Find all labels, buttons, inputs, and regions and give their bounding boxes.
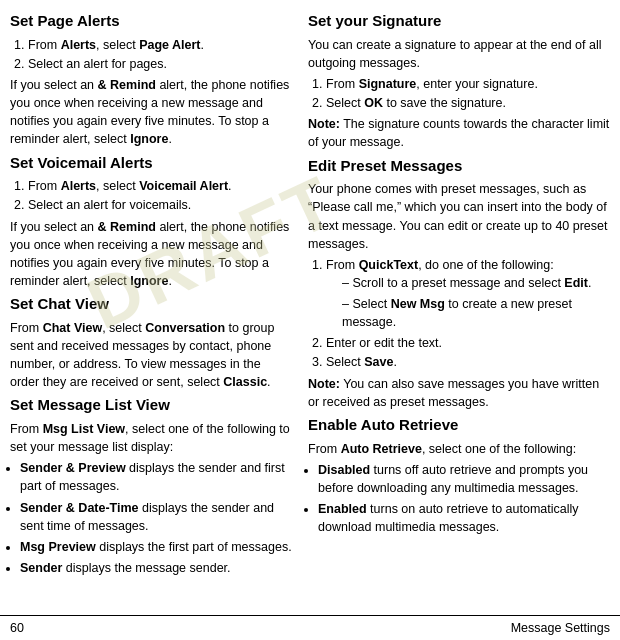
list-item: Sender & Date-Time displays the sender a…	[20, 499, 292, 535]
section-edit-preset-messages: Edit Preset Messages Your phone comes wi…	[308, 155, 610, 411]
section-enable-auto-retrieve: Enable Auto Retrieve From Auto Retrieve,…	[308, 414, 610, 536]
bold-text: New Msg	[391, 297, 445, 311]
bold-text: QuickText	[359, 258, 419, 272]
list-item: From QuickText, do one of the following:…	[326, 256, 610, 332]
bold-text: Conversation	[145, 321, 225, 335]
section-title-preset-messages: Edit Preset Messages	[308, 155, 610, 177]
signature-list: From Signature, enter your signature. Se…	[326, 75, 610, 112]
para: Your phone comes with preset messages, s…	[308, 180, 610, 253]
section-title-chat-view: Set Chat View	[10, 293, 292, 315]
para: If you select an & Remind alert, the pho…	[10, 76, 292, 149]
section-title-signature: Set your Signature	[308, 10, 610, 32]
list-item: Select New Msg to create a new preset me…	[342, 295, 610, 331]
section-title-page-alerts: Set Page Alerts	[10, 10, 292, 32]
list-item: Enter or edit the text.	[326, 334, 610, 352]
footer-bar: 60 Message Settings	[0, 615, 620, 640]
bold-text: Sender & Date-Time	[20, 501, 139, 515]
list-item: From Alerts, select Voicemail Alert.	[28, 177, 292, 195]
section-set-page-alerts: Set Page Alerts From Alerts, select Page…	[10, 10, 292, 149]
bold-text: Msg List View	[43, 422, 125, 436]
voicemail-alerts-list: From Alerts, select Voicemail Alert. Sel…	[28, 177, 292, 214]
para: From Auto Retrieve, select one of the fo…	[308, 440, 610, 458]
bold-text: Ignore	[130, 274, 168, 288]
bold-text: Msg Preview	[20, 540, 96, 554]
bold-text: Alerts	[61, 38, 96, 52]
bold-text: Disabled	[318, 463, 370, 477]
note: Note: You can also save messages you hav…	[308, 375, 610, 411]
bold-text: Classic	[223, 375, 267, 389]
bold-text: Enabled	[318, 502, 367, 516]
section-set-voicemail-alerts: Set Voicemail Alerts From Alerts, select…	[10, 152, 292, 291]
bold-text: & Remind	[98, 78, 156, 92]
bold-text: Chat View	[43, 321, 103, 335]
list-item: Select an alert for pages.	[28, 55, 292, 73]
message-list-view-ul: Sender & Preview displays the sender and…	[20, 459, 292, 577]
bold-text: Sender & Preview	[20, 461, 126, 475]
bold-text: Save	[364, 355, 393, 369]
bold-text: OK	[364, 96, 383, 110]
note-label: Note:	[308, 117, 340, 131]
section-set-signature: Set your Signature You can create a sign…	[308, 10, 610, 152]
list-item: Scroll to a preset message and select Ed…	[342, 274, 610, 292]
section-set-chat-view: Set Chat View From Chat View, select Con…	[10, 293, 292, 391]
preset-messages-list: From QuickText, do one of the following:…	[326, 256, 610, 372]
note: Note: The signature counts towards the c…	[308, 115, 610, 151]
para: If you select an & Remind alert, the pho…	[10, 218, 292, 291]
right-column: Set your Signature You can create a sign…	[300, 0, 620, 615]
auto-retrieve-ul: Disabled turns off auto retrieve and pro…	[318, 461, 610, 537]
section-title-auto-retrieve: Enable Auto Retrieve	[308, 414, 610, 436]
bold-text: & Remind	[98, 220, 156, 234]
list-item: Select Save.	[326, 353, 610, 371]
list-item: Disabled turns off auto retrieve and pro…	[318, 461, 610, 497]
bold-text: Signature	[359, 77, 417, 91]
para: From Msg List View, select one of the fo…	[10, 420, 292, 456]
list-item: Msg Preview displays the first part of m…	[20, 538, 292, 556]
list-item: Select an alert for voicemails.	[28, 196, 292, 214]
section-set-message-list-view: Set Message List View From Msg List View…	[10, 394, 292, 577]
bold-text: Page Alert	[139, 38, 200, 52]
bold-text: Sender	[20, 561, 62, 575]
list-item: Sender displays the message sender.	[20, 559, 292, 577]
para: You can create a signature to appear at …	[308, 36, 610, 72]
list-item: Select OK to save the signature.	[326, 94, 610, 112]
para: From Chat View, select Conversation to g…	[10, 319, 292, 392]
page-number: 60	[10, 619, 24, 637]
list-item: Sender & Preview displays the sender and…	[20, 459, 292, 495]
list-item: Enabled turns on auto retrieve to automa…	[318, 500, 610, 536]
nested-list: Scroll to a preset message and select Ed…	[342, 274, 610, 331]
bold-text: Edit	[564, 276, 588, 290]
bold-text: Alerts	[61, 179, 96, 193]
section-title: Message Settings	[511, 619, 610, 637]
list-item: From Alerts, select Page Alert.	[28, 36, 292, 54]
page-alerts-list: From Alerts, select Page Alert. Select a…	[28, 36, 292, 73]
page-container: Set Page Alerts From Alerts, select Page…	[0, 0, 620, 640]
section-title-voicemail-alerts: Set Voicemail Alerts	[10, 152, 292, 174]
bold-text: Auto Retrieve	[341, 442, 422, 456]
list-item: From Signature, enter your signature.	[326, 75, 610, 93]
bold-text: Voicemail Alert	[139, 179, 228, 193]
section-title-message-list-view: Set Message List View	[10, 394, 292, 416]
bold-text: Ignore	[130, 132, 168, 146]
note-label: Note:	[308, 377, 340, 391]
content-area: Set Page Alerts From Alerts, select Page…	[0, 0, 620, 615]
left-column: Set Page Alerts From Alerts, select Page…	[0, 0, 300, 615]
